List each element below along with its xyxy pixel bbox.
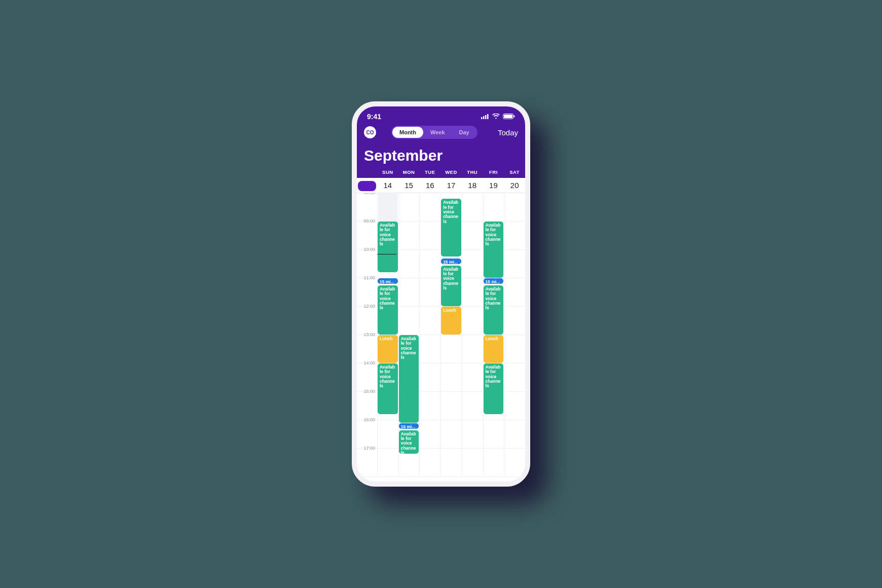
date-20[interactable]: 20 (504, 181, 525, 190)
svg-rect-5 (504, 115, 512, 118)
today-button[interactable]: Today (498, 128, 518, 137)
day-col-tue[interactable] (419, 193, 440, 482)
day-col-sat[interactable] (504, 193, 525, 482)
date-17[interactable]: 17 (440, 181, 462, 190)
day-col-sun[interactable]: Available for voice channels15 mi...Avai… (377, 193, 398, 482)
date-selected-pill[interactable]: Sep (357, 181, 377, 190)
event-break[interactable]: 15 mi... (441, 259, 461, 264)
avatar[interactable]: CO (364, 126, 376, 138)
svg-rect-1 (483, 116, 485, 119)
status-time: 9:41 (367, 113, 381, 121)
status-right (481, 113, 515, 121)
dow-thu: THU (462, 169, 483, 175)
day-of-week-row: SUN MON TUE WED THU FRI SAT (357, 169, 525, 178)
day-col-thu[interactable] (462, 193, 483, 482)
date-18[interactable]: 18 (462, 181, 483, 190)
event-break[interactable]: 15 mi... (484, 278, 504, 284)
event-voice[interactable]: Available for voice channels (484, 285, 504, 335)
seg-day[interactable]: Day (452, 127, 476, 138)
event-lunch[interactable]: Lunch (484, 335, 504, 363)
event-voice[interactable]: Available for voice channels (441, 199, 461, 256)
battery-icon (503, 113, 515, 121)
event-voice[interactable]: Available for voice channels (441, 266, 461, 306)
event-voice[interactable]: Available for voice channels (378, 222, 398, 272)
svg-rect-6 (514, 116, 515, 118)
svg-rect-3 (487, 114, 489, 119)
date-15[interactable]: 15 (398, 181, 420, 190)
nav-row: CO Month Week Day Today (357, 124, 525, 143)
app-header: 9:41 CO Month Week Day Today (357, 106, 525, 178)
event-lunch[interactable]: Lunch (441, 307, 461, 335)
date-number-row: Sep 14 15 16 17 18 19 20 (357, 178, 525, 193)
status-bar: 9:41 (357, 112, 525, 124)
event-voice[interactable]: Available for voice channels (484, 222, 504, 278)
seg-week[interactable]: Week (423, 127, 452, 138)
event-break[interactable]: 15 mi... (399, 423, 419, 429)
event-voice[interactable]: Available for voice channels (399, 430, 419, 454)
dow-fri: FRI (483, 169, 504, 175)
event-voice[interactable]: Available for voice channels (484, 363, 504, 414)
date-14[interactable]: 14 (377, 181, 398, 190)
month-title: September (357, 143, 525, 169)
dow-sun: SUN (377, 169, 398, 175)
current-time-indicator (377, 254, 396, 254)
wifi-icon (492, 113, 500, 121)
view-segmented-control: Month Week Day (391, 126, 477, 139)
event-voice[interactable]: Available for voice channels (378, 285, 398, 335)
svg-rect-0 (481, 117, 483, 119)
day-col-mon[interactable]: Available for voice channels15 mi...Avai… (398, 193, 420, 482)
svg-rect-2 (485, 115, 487, 119)
dow-mon: MON (398, 169, 420, 175)
date-16[interactable]: 16 (419, 181, 440, 190)
event-lunch[interactable]: Lunch (378, 335, 398, 363)
cellular-icon (481, 113, 489, 121)
calendar-grid[interactable]: 08:0009:0010:0011:0012:0013:0014:0015:00… (357, 193, 525, 482)
dow-tue: TUE (419, 169, 440, 175)
event-voice[interactable]: Available for voice channels (378, 363, 398, 414)
seg-month[interactable]: Month (392, 127, 423, 138)
event-break[interactable]: 15 mi... (378, 278, 398, 284)
date-19[interactable]: 19 (483, 181, 504, 190)
event-voice[interactable]: Available for voice channels (399, 335, 419, 423)
day-col-fri[interactable]: Available for voice channels15 mi...Avai… (483, 193, 504, 482)
dow-wed: WED (440, 169, 462, 175)
day-col-wed[interactable]: Available for voice channels15 mi...Avai… (440, 193, 462, 482)
dow-sat: SAT (504, 169, 525, 175)
phone-frame: 9:41 CO Month Week Day Today (352, 101, 530, 487)
